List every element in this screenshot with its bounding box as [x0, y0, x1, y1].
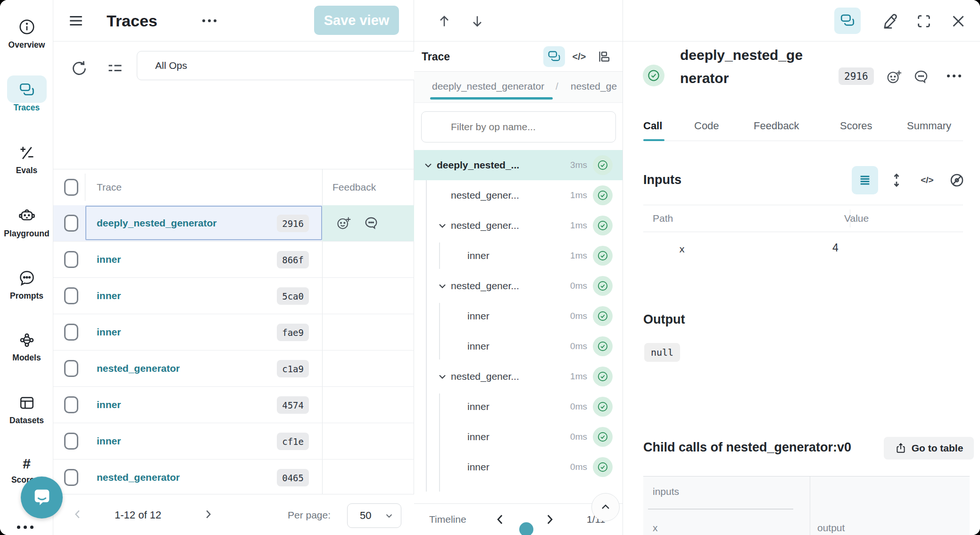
- column-header-x: x: [653, 522, 658, 534]
- tab-code[interactable]: Code: [694, 112, 719, 140]
- tree-row[interactable]: nested_gener... 1ms: [414, 361, 623, 392]
- sidebar-item-datasets[interactable]: Datasets: [0, 394, 53, 426]
- fullscreen-icon[interactable]: [916, 13, 932, 29]
- hide-icon[interactable]: [948, 172, 965, 189]
- row-checkbox[interactable]: [64, 215, 78, 232]
- go-to-table-button[interactable]: Go to table: [884, 437, 974, 460]
- tree-row[interactable]: nested_gener... 0ms: [414, 271, 623, 301]
- trace-link[interactable]: inner: [97, 387, 121, 423]
- tree-row[interactable]: inner 1ms: [414, 241, 623, 271]
- table-row[interactable]: inner 5ca0: [53, 278, 414, 314]
- table-row[interactable]: nested_generator c1a9: [53, 351, 414, 387]
- per-page-select[interactable]: 50: [347, 503, 401, 528]
- sidebar-item-models[interactable]: Models: [0, 332, 53, 363]
- pretty-view-button[interactable]: [852, 166, 878, 194]
- tree-row[interactable]: inner 0ms: [414, 452, 623, 482]
- chevron-down-icon[interactable]: [423, 150, 437, 180]
- sidebar-item-evals[interactable]: Evals: [0, 144, 53, 176]
- arrow-up-icon[interactable]: [437, 14, 452, 29]
- sidebar-item-prompts[interactable]: Prompts: [0, 269, 53, 301]
- tree-row[interactable]: nested_gener... 1ms: [414, 210, 623, 241]
- more-options-icon[interactable]: [947, 75, 961, 77]
- row-checkbox[interactable]: [64, 433, 78, 450]
- tree-row[interactable]: nested_gener... 1ms: [414, 180, 623, 210]
- chat-fab[interactable]: [21, 476, 63, 518]
- traces-icon: [18, 82, 35, 99]
- trace-tree-panel: Trace </> deeply_nested_generator / nest…: [414, 0, 623, 535]
- arrow-down-icon[interactable]: [470, 14, 485, 29]
- expand-collapse-icon[interactable]: [888, 172, 905, 189]
- save-view-button[interactable]: Save view: [314, 6, 399, 35]
- trace-link[interactable]: inner: [97, 242, 121, 277]
- row-checkbox[interactable]: [64, 324, 78, 341]
- chevron-right-icon[interactable]: [542, 512, 556, 527]
- row-checkbox[interactable]: [64, 251, 78, 268]
- pagination-bar: 1-12 of 12 Per page: 50: [53, 494, 414, 535]
- sidebar: Overview Traces Evals Playground Prom: [0, 0, 53, 535]
- filter-settings-icon[interactable]: [107, 60, 124, 77]
- row-checkbox[interactable]: [64, 287, 78, 304]
- sidebar-more-icon[interactable]: [17, 526, 33, 529]
- flame-view-button[interactable]: [594, 46, 615, 67]
- tree-row[interactable]: inner 0ms: [414, 301, 623, 331]
- code-view-button[interactable]: </>: [569, 46, 590, 67]
- call-detail-panel: deeply_nested_generator 2916 Call Code F…: [623, 0, 980, 535]
- trace-link[interactable]: deeply_nested_generator: [97, 205, 216, 241]
- row-checkbox[interactable]: [64, 396, 78, 413]
- breadcrumb-item-active[interactable]: deeply_nested_generator: [432, 72, 544, 101]
- sidebar-item-playground[interactable]: Playground: [0, 207, 53, 239]
- trace-link[interactable]: inner: [97, 423, 121, 459]
- chevron-down-icon[interactable]: [437, 210, 451, 241]
- timeline-dot-indicator[interactable]: [519, 522, 533, 535]
- tree-toggle-button[interactable]: [834, 8, 861, 34]
- table-row[interactable]: inner 866f: [53, 242, 414, 278]
- table-row[interactable]: nested_generator 0465: [53, 460, 414, 494]
- tree-row[interactable]: inner 0ms: [414, 331, 623, 361]
- tab-call[interactable]: Call: [643, 112, 662, 140]
- divider: [810, 476, 810, 535]
- next-page-icon[interactable]: [202, 508, 214, 520]
- select-all-checkbox[interactable]: [64, 179, 78, 196]
- code-view-button[interactable]: </>: [918, 172, 937, 189]
- trace-link[interactable]: nested_generator: [97, 460, 180, 495]
- tree-view-button[interactable]: [543, 46, 565, 67]
- row-checkbox[interactable]: [64, 469, 78, 486]
- chevron-left-icon[interactable]: [493, 512, 507, 527]
- op-name-filter-input[interactable]: [421, 111, 616, 142]
- edit-icon[interactable]: [881, 12, 899, 30]
- prev-page-icon[interactable]: [72, 508, 84, 520]
- tab-summary[interactable]: Summary: [907, 112, 951, 140]
- status-success-icon: [593, 216, 613, 235]
- sidebar-item-overview[interactable]: Overview: [0, 18, 53, 50]
- table-row[interactable]: deeply_nested_generator 2916: [53, 205, 414, 242]
- table-row[interactable]: inner fae9: [53, 314, 414, 351]
- scroll-to-top-button[interactable]: [591, 493, 620, 521]
- breadcrumb-item[interactable]: nested_ge: [571, 72, 617, 101]
- table-row[interactable]: inner 4574: [53, 387, 414, 423]
- trace-link[interactable]: nested_generator: [97, 351, 180, 386]
- comment-icon[interactable]: [913, 69, 929, 85]
- row-checkbox[interactable]: [64, 360, 78, 377]
- close-icon[interactable]: [950, 13, 967, 30]
- tab-feedback[interactable]: Feedback: [754, 112, 799, 140]
- trace-link[interactable]: inner: [97, 314, 121, 350]
- more-options-icon[interactable]: [202, 19, 216, 22]
- tree-row[interactable]: deeply_nested_... 3ms: [414, 150, 623, 180]
- refresh-icon[interactable]: [70, 59, 89, 78]
- chevron-down-icon[interactable]: [437, 361, 451, 392]
- timeline-toggle[interactable]: Timeline: [429, 504, 466, 535]
- menu-icon[interactable]: [68, 13, 84, 29]
- sidebar-item-traces[interactable]: Traces: [0, 82, 53, 113]
- add-reaction-icon[interactable]: [336, 216, 351, 231]
- tree-row[interactable]: inner 0ms: [414, 392, 623, 422]
- status-success-icon: [593, 155, 613, 175]
- comment-icon[interactable]: [364, 216, 379, 231]
- chat-bubble-icon: [31, 487, 53, 509]
- add-reaction-icon[interactable]: [886, 69, 902, 85]
- table-row[interactable]: inner cf1e: [53, 423, 414, 460]
- page-title: Traces: [107, 0, 158, 42]
- trace-link[interactable]: inner: [97, 278, 121, 314]
- tree-row[interactable]: inner 0ms: [414, 422, 623, 452]
- chevron-down-icon[interactable]: [437, 271, 451, 301]
- tab-scores[interactable]: Scores: [840, 112, 872, 140]
